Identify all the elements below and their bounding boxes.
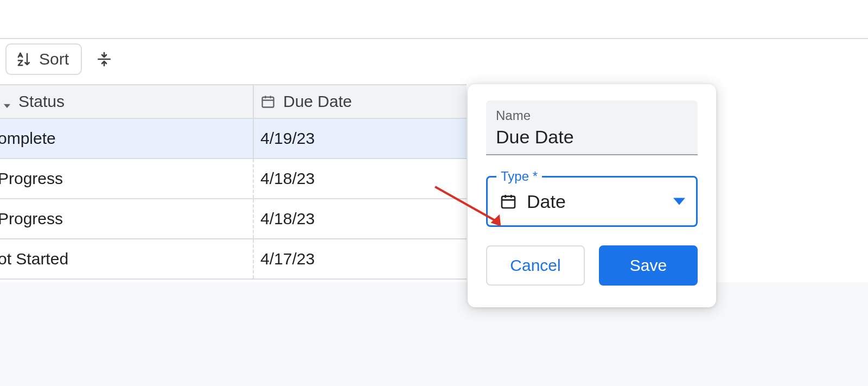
- row-height-button[interactable]: [90, 45, 119, 74]
- sort-az-icon: [16, 51, 33, 67]
- cell-due-date: 4/17/23: [254, 239, 467, 279]
- column-header-due-date-label: Due Date: [283, 92, 352, 111]
- dropdown-icon: [3, 95, 11, 108]
- cell-due-date: 4/18/23: [254, 159, 467, 198]
- calendar-icon: [500, 193, 517, 210]
- compress-icon: [95, 50, 113, 68]
- column-header-status[interactable]: Status: [0, 85, 254, 118]
- table-row[interactable]: omplete4/19/23: [0, 119, 467, 159]
- grid-header: Status Due Date: [0, 84, 467, 119]
- sort-button[interactable]: Sort: [5, 43, 82, 75]
- data-grid: Status Due Date omplete4/19/23Progress4/…: [0, 84, 467, 280]
- top-strip: [0, 0, 868, 39]
- type-select-value: Date: [527, 191, 663, 212]
- save-button[interactable]: Save: [599, 245, 698, 286]
- cell-status: Progress: [0, 159, 254, 198]
- calendar-icon: [260, 94, 276, 109]
- cell-due-date: 4/19/23: [254, 119, 467, 158]
- lower-background: [0, 282, 868, 386]
- type-select[interactable]: Type * Date: [486, 176, 698, 227]
- name-field-value: Due Date: [496, 126, 688, 148]
- save-button-label: Save: [630, 256, 667, 275]
- cell-status: omplete: [0, 119, 254, 158]
- cell-due-date-text: 4/17/23: [260, 250, 315, 268]
- cell-status-text: ot Started: [0, 250, 68, 268]
- svg-rect-2: [263, 97, 274, 107]
- cancel-button[interactable]: Cancel: [486, 245, 585, 286]
- table-row[interactable]: Progress4/18/23: [0, 199, 467, 239]
- cell-status-text: Progress: [0, 210, 63, 228]
- cell-status-text: omplete: [0, 129, 56, 148]
- cell-status: ot Started: [0, 239, 254, 279]
- name-field-label: Name: [496, 108, 688, 123]
- caret-down-icon: [673, 195, 685, 207]
- column-header-due-date[interactable]: Due Date: [254, 85, 467, 118]
- toolbar: Sort: [5, 43, 119, 75]
- column-edit-popup: Name Due Date Type * Date Cancel: [468, 84, 716, 307]
- cell-due-date-text: 4/19/23: [260, 129, 315, 148]
- svg-rect-6: [502, 197, 515, 208]
- type-select-label: Type *: [496, 169, 542, 184]
- cell-due-date: 4/18/23: [254, 199, 467, 238]
- cell-status-text: Progress: [0, 169, 63, 188]
- table-row[interactable]: Progress4/18/23: [0, 159, 467, 199]
- column-header-status-label: Status: [18, 92, 65, 111]
- cell-due-date-text: 4/18/23: [260, 210, 315, 228]
- sort-label: Sort: [39, 50, 69, 68]
- cell-due-date-text: 4/18/23: [260, 169, 315, 188]
- cell-status: Progress: [0, 199, 254, 238]
- popup-actions: Cancel Save: [486, 245, 698, 286]
- name-field[interactable]: Name Due Date: [486, 100, 698, 155]
- svg-marker-10: [673, 198, 685, 205]
- cancel-button-label: Cancel: [510, 256, 560, 275]
- svg-marker-1: [4, 104, 10, 108]
- table-row[interactable]: ot Started4/17/23: [0, 239, 467, 280]
